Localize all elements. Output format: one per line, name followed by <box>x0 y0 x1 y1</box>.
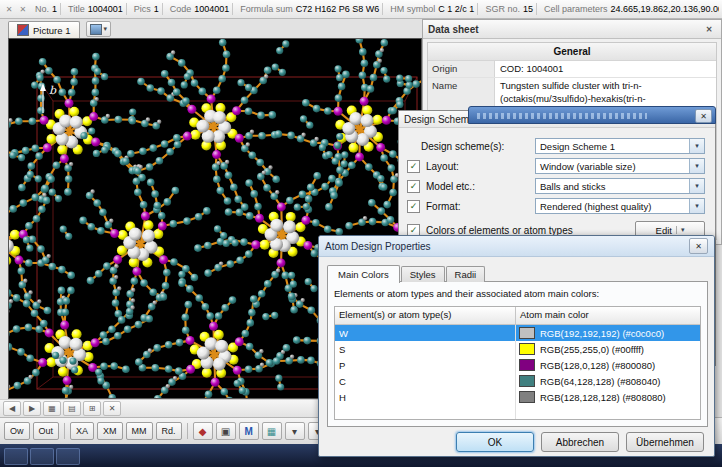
separator <box>477 3 478 15</box>
titlebar-text-illegible <box>477 113 647 119</box>
atom-color-row[interactable]: HRGB(128,128,128) (#808080) <box>335 389 700 405</box>
tool-rd-button[interactable]: Rd. <box>156 422 182 440</box>
tool-ow-button[interactable]: Ow <box>4 422 30 440</box>
grid-view-icon[interactable]: ▤ <box>63 401 81 416</box>
combo-value: Balls and sticks <box>536 181 689 192</box>
separator <box>60 3 61 15</box>
diamond-app-window: ✕ ✕ No.1Title1004001Pics1Code1004001Form… <box>0 0 722 467</box>
next-picture-icon[interactable]: ▶ <box>23 401 41 416</box>
atom-color-row[interactable]: PRGB(128,0,128) (#800080) <box>335 357 700 373</box>
dialog-buttons: OKAbbrechenÜbernehmen <box>456 432 704 452</box>
atom-color-cell: RGB(128,128,128) (#808080) <box>516 389 700 405</box>
atom-color-row[interactable]: WRGB(192,192,192) (#c0c0c0) <box>335 325 700 341</box>
property-value: 24.665,19.862,20.136,90.00,103.32,90.00 <box>610 4 719 14</box>
separator <box>232 3 233 15</box>
tab-styles[interactable]: Styles <box>401 266 445 282</box>
color-swatch <box>519 327 535 339</box>
picture-layout-dropdown[interactable]: ▾ <box>86 21 112 37</box>
property-value: 1 <box>52 4 57 14</box>
axis-label-b: b <box>49 84 57 97</box>
m-mode-icon[interactable]: M <box>239 422 259 440</box>
tab-radii[interactable]: Radii <box>446 266 486 282</box>
property-label: Title <box>68 4 85 14</box>
property-value: 1 <box>154 4 159 14</box>
background-window-titlebar: ✕ <box>468 106 716 124</box>
taskbar-item[interactable] <box>30 448 54 465</box>
dialog-titlebar[interactable]: Atom Design Properties ✕ <box>319 236 714 257</box>
tool-xa-button[interactable]: XA <box>70 422 94 440</box>
color-swatch <box>519 375 535 387</box>
column-header-element[interactable]: Element(s) or atom type(s) <box>335 307 516 324</box>
data-sheet-row: OriginCOD: 1004001 <box>428 61 716 78</box>
design-scheme-select-label: Design scheme(s): <box>421 141 504 152</box>
close-picture-icon[interactable]: ✕ <box>103 401 121 416</box>
atom-color-cell: RGB(128,0,128) (#800080) <box>516 357 700 373</box>
empty-cell <box>516 405 700 419</box>
chevron-down-icon: ▾ <box>689 179 704 193</box>
thumbnail-icon <box>90 24 102 35</box>
cross-icon[interactable]: ✕ <box>3 3 15 16</box>
prev-picture-icon[interactable]: ◀ <box>3 401 21 416</box>
dialog-tabs: Main ColorsStylesRadii <box>327 264 486 282</box>
design-scheme-combo[interactable]: Design Scheme 1 ▾ <box>535 138 705 154</box>
dropdown-icon[interactable]: ▾ <box>285 422 305 440</box>
atom-color-cell: RGB(64,128,128) (#808040) <box>516 373 700 389</box>
tool-xm-button[interactable]: XM <box>97 422 123 440</box>
empty-row <box>335 405 700 419</box>
atom-color-text: RGB(128,0,128) (#800080) <box>540 360 655 371</box>
checkbox[interactable]: ✓ <box>407 200 420 213</box>
tile-view-icon[interactable]: ▦ <box>43 401 61 416</box>
separator <box>64 423 65 439</box>
atom-color-row[interactable]: CRGB(64,128,128) (#808040) <box>335 373 700 389</box>
close-icon[interactable]: ✕ <box>695 109 712 123</box>
property-label: Pics <box>134 4 151 14</box>
render-icon[interactable]: ◆ <box>193 422 213 440</box>
tab-picture-1[interactable]: Picture 1 <box>8 21 80 38</box>
scheme-icon[interactable]: ▣ <box>216 422 236 440</box>
property-label: HM symbol <box>390 4 435 14</box>
design-option-rows: ✓Layout:Window (variable size)▾✓Model et… <box>399 156 715 216</box>
taskbar-item[interactable] <box>4 448 28 465</box>
design-scheme-select-row: Design scheme(s): Design Scheme 1 ▾ <box>399 136 715 156</box>
property-label: SGR no. <box>485 4 520 14</box>
data-sheet-row-label: Origin <box>428 61 495 77</box>
atom-color-cell: RGB(255,255,0) (#00ffff) <box>516 341 700 357</box>
table-header-row: Element(s) or atom type(s) Atom main col… <box>335 307 700 325</box>
atom-color-row[interactable]: SRGB(255,255,0) (#00ffff) <box>335 341 700 357</box>
property-value: 1004001 <box>194 4 229 14</box>
button-ok[interactable]: OK <box>456 432 534 452</box>
tool-out-button[interactable]: Out <box>33 422 60 440</box>
tool-mm-button[interactable]: MM <box>126 422 153 440</box>
property-label: Formula sum <box>240 4 293 14</box>
tab-main-colors[interactable]: Main Colors <box>327 265 400 283</box>
property-items: No.1Title1004001Pics1Code1004001Formula … <box>31 3 719 15</box>
button-abbrechen[interactable]: Abbrechen <box>541 432 619 452</box>
cross-icon[interactable]: ✕ <box>17 3 29 16</box>
property-label: No. <box>35 4 49 14</box>
atom-color-cell: RGB(192,192,192) (#c0c0c0) <box>516 325 700 341</box>
chevron-down-icon: ▾ <box>689 159 704 173</box>
separator <box>126 3 127 15</box>
atom-color-table: Element(s) or atom type(s) Atom main col… <box>334 306 701 420</box>
design-option-combo[interactable]: Rendered (highest quality)▾ <box>535 198 705 214</box>
main-colors-tab-panel: Elements or atom types and their associa… <box>327 281 708 427</box>
property-label: Code <box>170 4 192 14</box>
separator <box>382 3 383 15</box>
design-option-label: Layout: <box>426 161 459 172</box>
dialog-description: Elements or atom types and their associa… <box>328 282 707 299</box>
new-picture-icon[interactable]: ⊞ <box>83 401 101 416</box>
checkbox[interactable]: ✓ <box>407 160 420 173</box>
design-option-combo[interactable]: Window (variable size)▾ <box>535 158 705 174</box>
atom-element-cell: C <box>335 373 516 389</box>
palette-icon[interactable]: ▦ <box>262 422 282 440</box>
design-option-combo[interactable]: Balls and sticks▾ <box>535 178 705 194</box>
button-uebernehmen[interactable]: Übernehmen <box>626 432 704 452</box>
checkbox[interactable]: ✓ <box>407 180 420 193</box>
close-icon[interactable]: ✕ <box>689 238 708 254</box>
picture-icon <box>17 24 29 36</box>
design-option-row: ✓Model etc.:Balls and sticks▾ <box>399 176 715 196</box>
taskbar-item[interactable] <box>56 448 80 465</box>
close-icon[interactable]: ✕ <box>702 23 716 36</box>
column-header-color[interactable]: Atom main color <box>516 307 700 324</box>
edit-button-label: Edit <box>656 225 672 236</box>
